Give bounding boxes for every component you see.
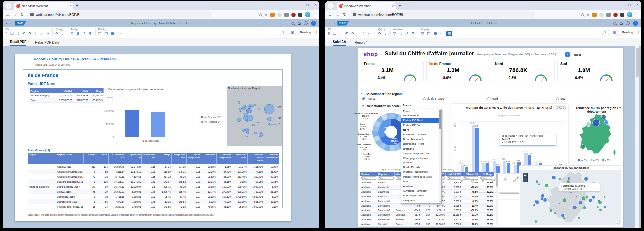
save-icon[interactable]: ↧	[339, 31, 342, 36]
column-filter-input[interactable]	[361, 176, 376, 180]
sector-option[interactable]: Champagne - Lorraine	[401, 156, 439, 161]
favorite-icon[interactable]: ☆	[362, 31, 365, 36]
bar-n-1-ca-ttc[interactable]	[493, 161, 496, 173]
browser-tab[interactable]: Need4Viz Webinar ×	[337, 2, 396, 10]
tab-retail-pdf[interactable]: Retail PDF	[10, 40, 26, 46]
store-map-dot[interactable]	[545, 184, 548, 187]
sector-option[interactable]: Paris - IDF Sud	[401, 123, 439, 128]
drill-icon[interactable]: ⇊	[399, 31, 402, 36]
reading-mode-button[interactable]: Reading ⌄	[298, 30, 317, 35]
window-close-button[interactable]: ×	[315, 3, 317, 7]
table-row[interactable]: AquitaineBordeaux020 €05,444 €6,218 €-12…	[360, 204, 494, 208]
table-row[interactable]: Colombes01 [159]0181,765.661,080.262.28-…	[28, 194, 279, 199]
bar-n-ca-ttc[interactable]	[507, 163, 510, 173]
zoom-out-button[interactable]: −	[523, 178, 528, 182]
sector-option[interactable]: Ile de France	[401, 114, 439, 118]
window-minimize-button[interactable]: —	[297, 3, 301, 7]
menu-icon[interactable]: ≡	[619, 105, 621, 109]
store-map-dot[interactable]	[561, 214, 564, 217]
browser-tab[interactable]: Need4Viz Webinar ×	[14, 2, 73, 10]
extension-icon[interactable]	[620, 13, 624, 17]
bar-n-1-ca-ttc[interactable]	[472, 125, 475, 173]
url-field[interactable]: webinar.need4viz.com/BOE/BI	[27, 11, 212, 18]
tab-suivi-ca[interactable]: Suivi CA	[333, 40, 346, 46]
store-map[interactable]: + − ● Etampes01 : 1,784.0 € %Trend CA : …	[520, 170, 621, 225]
bookmark-star-icon[interactable]: ☆	[264, 13, 268, 17]
export-button[interactable]: ▣	[289, 30, 296, 35]
bookmark-star-icon[interactable]: ☆	[586, 13, 590, 17]
reset-button[interactable]: Reset	[574, 53, 581, 56]
more-icon[interactable]: ⋯	[368, 31, 372, 36]
extension-icon[interactable]	[284, 13, 289, 17]
chart-mode-icon[interactable]: ▥	[446, 31, 452, 36]
sector-option[interactable]: Nord - Picardie	[401, 165, 439, 170]
next-page-button[interactable]: ›	[565, 52, 570, 57]
bar-n-ca-ttc[interactable]	[496, 166, 500, 173]
bar-n-ca-ttc[interactable]	[475, 128, 479, 173]
store-map-dot[interactable]	[579, 201, 582, 204]
store-map-dot[interactable]	[599, 209, 602, 211]
back-icon[interactable]: ←	[5, 12, 10, 17]
sector-option[interactable]: Aquitaine	[401, 184, 439, 189]
freeze-icon[interactable]: ◫	[427, 31, 430, 36]
extension-icon[interactable]	[291, 13, 296, 17]
monitor-icon[interactable]: ▭	[117, 31, 121, 36]
column-filter-input[interactable]	[447, 176, 461, 180]
tab-search-icon[interactable]: ⌄	[328, 3, 334, 9]
radio-ile-de-france[interactable]: Ile de France	[423, 97, 444, 100]
store-map-dot[interactable]	[535, 200, 539, 204]
fullscreen-icon[interactable]: ◳	[98, 31, 101, 36]
tab-close-icon[interactable]: ×	[69, 4, 71, 8]
column-filter-input[interactable]	[463, 176, 478, 180]
back-button[interactable]: < Back	[555, 106, 566, 110]
sector-option[interactable]: Picardie - Normandie	[401, 170, 439, 174]
fullscreen-icon[interactable]: ◳	[421, 31, 424, 36]
undo-icon[interactable]: ↶	[345, 31, 348, 36]
refresh-caret-icon[interactable]: ⌄	[384, 31, 387, 36]
window-minimize-button[interactable]: —	[619, 3, 623, 7]
table-row[interactable]: Clichy01 [158]452916,649.016,199.062.76-…	[28, 189, 279, 194]
drill-icon[interactable]: ⇊	[76, 31, 79, 36]
table-row[interactable]: AquitaineBordeaux05Bordeaux180 €672,910 …	[360, 217, 494, 222]
store-map-dot[interactable]	[541, 194, 544, 198]
store-map-dot[interactable]	[538, 183, 540, 185]
store-map-dot[interactable]	[589, 199, 592, 202]
refresh-icon[interactable]: ⟳	[378, 31, 381, 36]
extension-icon[interactable]	[277, 13, 282, 17]
export-icon[interactable]: ⤓	[35, 31, 36, 36]
table-row[interactable]: Hauts-de-Seine [92]Bourg-la-Reine01 [157…	[28, 184, 279, 189]
extension-icon[interactable]	[270, 13, 275, 17]
sector-option[interactable]: Auvergne - Limousin	[401, 132, 439, 137]
table-row[interactable]: Antony01 [153]25312415,544.7920,344.242.…	[28, 164, 279, 169]
document-title[interactable]: Report - Hour by Hour BU- Retail FR ⌄	[3, 21, 319, 25]
map-attribution-icon[interactable]: i	[616, 220, 620, 224]
sector-option[interactable]: Bretagne	[401, 147, 439, 151]
export-button[interactable]: ▣	[611, 30, 618, 35]
new-tab-button[interactable]: +	[76, 3, 78, 8]
store-map-dot[interactable]	[583, 206, 586, 209]
store-map-dot[interactable]	[550, 209, 552, 212]
store-map-dot[interactable]	[568, 177, 570, 179]
store-map-dot[interactable]	[541, 197, 543, 200]
store-map-dot[interactable]	[552, 176, 556, 179]
refresh-caret-icon[interactable]: ⌄	[61, 31, 64, 36]
zoom-icon[interactable]	[259, 13, 262, 16]
edit-button[interactable]: ✎	[280, 30, 287, 35]
search-icon[interactable]	[291, 22, 294, 25]
sector-option[interactable]: France	[401, 109, 439, 114]
new-document-icon[interactable]: ▯	[5, 31, 7, 36]
extension-icon[interactable]	[599, 13, 604, 17]
url-field[interactable]: webinar.need4viz.com/BOE/BI	[350, 11, 535, 18]
forward-icon[interactable]: →	[335, 12, 340, 17]
monitor-icon[interactable]: ▭	[440, 31, 443, 36]
help-icon[interactable]: ?	[304, 21, 308, 25]
notifications-icon[interactable]	[298, 22, 301, 25]
tab-search-icon[interactable]: ⌄	[5, 3, 11, 9]
document-title[interactable]: TDB - Retail FR ⌄	[325, 21, 641, 25]
extension-icon[interactable]	[613, 13, 618, 17]
tab-retail-pdf-data[interactable]: Retail PDF Data	[35, 41, 59, 46]
sector-option[interactable]: Nord Est	[401, 161, 439, 165]
window-maximize-button[interactable]: □	[306, 3, 309, 7]
settings-icon[interactable]: ⚙	[89, 31, 92, 36]
favorite-icon[interactable]: ☆	[39, 31, 42, 36]
